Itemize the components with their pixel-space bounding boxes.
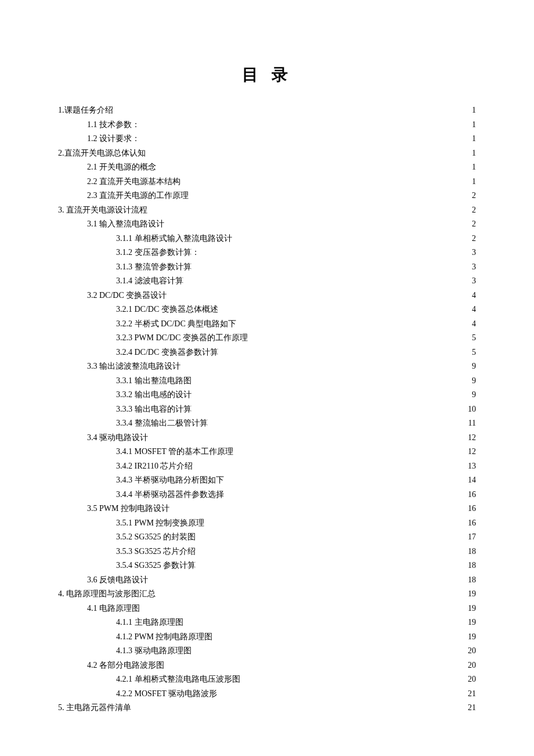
toc-leader-dots — [148, 575, 467, 582]
toc-entry: 2.直流开关电源总体认知1 — [58, 146, 476, 161]
toc-entry-page: 2 — [471, 189, 476, 203]
toc-leader-dots — [212, 632, 467, 639]
document-title: 目 录 — [58, 64, 476, 86]
toc-leader-dots — [156, 589, 467, 596]
toc-entry: 3.3.4 整流输出二极管计算11 — [58, 416, 476, 431]
toc-leader-dots — [236, 319, 471, 326]
toc-entry-page: 2 — [471, 232, 476, 246]
toc-entry: 3.2.2 半桥式 DC/DC 典型电路如下4 — [58, 317, 476, 332]
toc-entry-page: 3 — [471, 246, 476, 260]
toc-entry-text: 4.1.3 驱动电路原理图 — [116, 644, 192, 658]
toc-entry-page: 16 — [467, 502, 476, 516]
toc-entry-page: 5 — [471, 331, 476, 345]
toc-leader-dots — [146, 148, 471, 155]
toc-leader-dots — [196, 546, 467, 553]
toc-entry: 3.2.3 PWM DC/DC 变换器的工作原理5 — [58, 331, 476, 345]
toc-entry-text: 3.6 反馈电路设计 — [87, 573, 148, 588]
toc-leader-dots — [147, 205, 471, 212]
toc-entry-text: 3.5.1 PWM 控制变换原理 — [116, 516, 204, 531]
toc-leader-dots — [224, 475, 467, 482]
toc-entry: 3.5.1 PWM 控制变换原理16 — [58, 516, 476, 531]
toc-entry-text: 2.3 直流开关电源的工作原理 — [87, 189, 189, 203]
toc-entry-page: 9 — [471, 388, 476, 402]
toc-entry-page: 13 — [467, 459, 476, 474]
toc-entry-text: 1.课题任务介绍 — [58, 103, 113, 118]
toc-leader-dots — [140, 120, 471, 127]
toc-entry: 3.1.3 整流管参数计算3 — [58, 260, 476, 275]
toc-entry-page: 2 — [471, 203, 476, 218]
toc-entry-page: 11 — [467, 416, 476, 431]
toc-entry-text: 3.3.4 整流输出二极管计算 — [116, 416, 208, 431]
toc-leader-dots — [140, 134, 471, 141]
toc-entry: 3.3.1 输出整流电路图9 — [58, 374, 476, 388]
toc-entry-page: 19 — [467, 630, 476, 645]
toc-entry: 4.1 电路原理图19 — [58, 602, 476, 616]
toc-entry-page: 1 — [471, 118, 476, 132]
toc-entry-text: 4.1 电路原理图 — [87, 602, 140, 616]
toc-leader-dots — [204, 518, 467, 525]
toc-entry-page: 3 — [471, 260, 476, 275]
toc-entry-text: 3.5.3 SG3525 芯片介绍 — [116, 545, 196, 559]
toc-leader-dots — [192, 390, 471, 397]
toc-leader-dots — [232, 233, 471, 240]
toc-entry-text: 5. 主电路元器件清单 — [58, 701, 131, 715]
toc-entry: 3.4.3 半桥驱动电路分析图如下14 — [58, 473, 476, 488]
toc-entry-page: 21 — [467, 687, 476, 701]
toc-entry-page: 18 — [467, 559, 476, 573]
toc-entry-page: 19 — [467, 602, 476, 616]
toc-leader-dots — [131, 703, 467, 710]
toc-entry-page: 5 — [471, 345, 476, 360]
toc-entry: 3.2.4 DC/DC 变换器参数计算5 — [58, 345, 476, 360]
toc-entry-text: 1.2 设计要求： — [87, 132, 140, 146]
toc-entry-text: 4.1.1 主电路原理图 — [116, 615, 183, 630]
toc-entry-text: 2.直流开关电源总体认知 — [58, 146, 146, 161]
toc-entry-page: 9 — [471, 359, 476, 374]
toc-entry: 3.5.3 SG3525 芯片介绍18 — [58, 545, 476, 559]
toc-entry-page: 17 — [467, 530, 476, 545]
toc-entry: 3.4.1 MOSFET 管的基本工作原理12 — [58, 445, 476, 459]
toc-entry-text: 3.4 驱动电路设计 — [87, 431, 148, 445]
toc-entry: 3. 直流开关电源设计流程2 — [58, 203, 476, 218]
toc-leader-dots — [181, 361, 471, 368]
toc-leader-dots — [113, 105, 471, 112]
toc-entry: 3.1.1 单相桥式输入整流电路设计2 — [58, 232, 476, 246]
toc-entry-page: 4 — [471, 289, 476, 303]
toc-entry-page: 1 — [471, 132, 476, 146]
toc-leader-dots — [164, 660, 467, 667]
toc-entry: 3.6 反馈电路设计18 — [58, 573, 476, 588]
toc-entry-text: 3.4.2 IR2110 芯片介绍 — [116, 459, 193, 474]
toc-entry-text: 2.1 开关电源的概念 — [87, 160, 156, 175]
toc-entry-page: 19 — [467, 615, 476, 630]
toc-entry-text: 4.2 各部分电路波形图 — [87, 658, 164, 673]
toc-leader-dots — [224, 489, 467, 496]
toc-entry: 1.2 设计要求：1 — [58, 132, 476, 146]
toc-entry: 4.1.2 PWM 控制电路原理图19 — [58, 630, 476, 645]
toc-entry-text: 2.2 直流开关电源基本结构 — [87, 175, 181, 189]
toc-leader-dots — [196, 560, 467, 567]
toc-entry: 3.1.4 滤波电容计算3 — [58, 274, 476, 289]
toc-entry: 3.2 DC/DC 变换器设计4 — [58, 289, 476, 303]
toc-entry-text: 3.1 输入整流电路设计 — [87, 217, 164, 232]
toc-entry-text: 3.2 DC/DC 变换器设计 — [87, 289, 167, 303]
toc-entry: 3.3.2 输出电感的设计9 — [58, 388, 476, 402]
toc-entry: 3.3 输出滤波整流电路设计9 — [58, 359, 476, 374]
toc-leader-dots — [140, 603, 467, 610]
toc-entry: 4. 电路原理图与波形图汇总19 — [58, 587, 476, 602]
toc-leader-dots — [167, 290, 471, 297]
toc-entry: 3.1.2 变压器参数计算：3 — [58, 246, 476, 260]
toc-entry: 3.4 驱动电路设计12 — [58, 431, 476, 445]
toc-leader-dots — [218, 304, 471, 311]
toc-entry-text: 3.2.2 半桥式 DC/DC 典型电路如下 — [116, 317, 236, 332]
toc-leader-dots — [192, 376, 471, 383]
toc-leader-dots — [148, 433, 467, 440]
toc-entry-text: 3.1.3 整流管参数计算 — [116, 260, 192, 275]
toc-leader-dots — [208, 418, 467, 425]
toc-entry: 5. 主电路元器件清单21 — [58, 701, 476, 715]
toc-entry-page: 20 — [467, 658, 476, 673]
toc-entry-page: 18 — [467, 573, 476, 588]
toc-entry: 3.3.3 输出电容的计算10 — [58, 402, 476, 417]
toc-leader-dots — [156, 162, 471, 169]
toc-entry-text: 4. 电路原理图与波形图汇总 — [58, 587, 156, 602]
toc-entry-page: 4 — [471, 303, 476, 317]
toc-leader-dots — [183, 617, 467, 624]
